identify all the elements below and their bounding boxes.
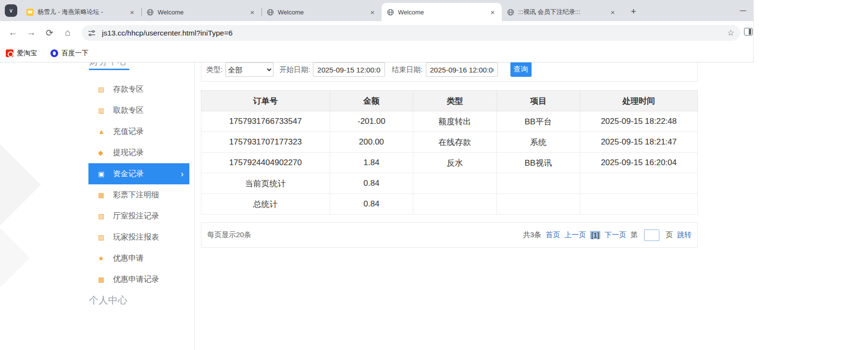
home-button[interactable]: ⌂ [59,24,77,42]
cell-project: BB视讯 [496,153,580,173]
jump-page-input[interactable] [644,229,659,241]
sidebar-item-deposit-zone[interactable]: ▤ 存款专区 [88,79,189,100]
forward-button[interactable]: → [22,24,40,42]
cell-empty [496,194,580,215]
type-select[interactable]: 全部 [225,62,273,77]
tab-search-button[interactable]: ∨ [5,4,17,17]
cell-empty [413,194,497,215]
tab-welcome-active[interactable]: Welcome × [382,3,502,21]
cell-order-no: 1757931707177323 [201,132,330,153]
cell-process-time: 2025-09-15 16:20:04 [580,153,698,173]
next-page-link[interactable]: 下一页 [605,230,626,240]
sidebar: 财务中心 ▤ 存款专区 ▥ 取款专区 ▲ 充值记录 ◆ 提现记录 [86,62,195,350]
lottery-icon: ▦ [98,191,107,199]
jump-label-post: 页 [666,230,673,240]
back-button[interactable]: ← [4,24,22,42]
first-page-link[interactable]: 首页 [546,230,560,240]
end-date-label: 结束日期: [392,62,422,77]
start-date-input[interactable] [313,62,385,77]
filter-bar: 类型: 全部 开始日期: 结束日期: 查询 [201,62,698,82]
window-minimize-button[interactable]: — [732,0,754,20]
sidebar-item-label: 彩票下注明细 [113,190,159,200]
tab-title: Welcome [278,9,364,16]
sidebar-item-promo-apply-records[interactable]: ▩ 优惠申请记录 [88,269,189,290]
prev-page-link[interactable]: 上一页 [564,230,586,240]
address-bar[interactable]: js13.cc/hhcp/usercenter.html?iniType=6 ☆ [82,25,740,41]
url-text[interactable]: js13.cc/hhcp/usercenter.html?iniType=6 [102,29,722,37]
table-row-page-total: 当前页统计 0.84 [201,173,698,194]
tab-welcome-1[interactable]: Welcome × [141,3,261,21]
tab-title: Welcome [158,9,244,16]
sidebar-item-withdraw-zone[interactable]: ▥ 取款专区 [88,100,189,121]
cell-type: 额度转出 [413,111,497,132]
records-table: 订单号 金额 类型 项目 处理时间 1757931766733547 -201.… [201,90,698,215]
site-settings-icon[interactable] [87,29,96,37]
report-icon: ▨ [98,233,107,241]
close-icon[interactable]: × [128,8,136,16]
chevron-down-icon: ∨ [9,7,13,14]
side-panel-icon[interactable] [744,28,753,36]
close-icon[interactable]: × [368,8,377,16]
col-header-amount: 金额 [330,91,413,111]
bookmark-taobao[interactable]: 爱淘宝 [6,49,37,58]
sidebar-item-withdrawal-records[interactable]: ◆ 提现记录 [88,142,189,163]
bookmark-label: 爱淘宝 [17,49,37,58]
cell-amount: 0.84 [330,173,413,194]
per-page-text: 每页显示20条 [207,230,251,240]
table-row: 1757931766733547 -201.00 额度转出 BB平台 2025-… [201,111,698,132]
plus-icon: + [631,6,636,17]
promo-records-icon: ▩ [98,276,107,283]
sidebar-item-lottery-bet-details[interactable]: ▦ 彩票下注明细 [88,184,189,205]
table-row-grand-total: 总统计 0.84 [201,194,698,215]
end-date-input[interactable] [426,62,498,77]
sidebar-item-label: 优惠申请记录 [113,275,159,285]
sidebar-item-label: 厅室投注记录 [113,211,159,221]
globe-favicon-icon [507,8,514,16]
pagination-bar: 每页显示20条 共3条 首页 上一页 [1] 下一页 第 页 跳转 [201,222,698,248]
col-header-order-no: 订单号 [201,91,330,111]
bookmarks-bar: 爱淘宝 百度一下 [0,44,753,62]
sidebar-item-player-bet-report[interactable]: ▨ 玩家投注报表 [88,227,189,248]
search-button[interactable]: 查询 [510,62,532,77]
sidebar-item-label: 存款专区 [113,84,144,95]
tab-title: Welcome [398,9,484,16]
sidebar-item-promo-apply[interactable]: ★ 优惠申请 [88,248,189,269]
tab-forum[interactable]: 杨雪儿 - 海燕策略论坛 - × [21,3,141,21]
jump-go-link[interactable]: 跳转 [677,230,692,240]
withdraw-icon: ▥ [98,107,107,114]
cell-process-time: 2025-09-15 18:22:48 [580,111,698,132]
sidebar-item-funds-records[interactable]: ▣ 资金记录 › [88,163,189,184]
cell-amount: -201.00 [330,111,413,132]
minimize-icon: — [740,7,746,14]
col-header-type: 类型 [413,91,497,111]
pager-controls: 共3条 首页 上一页 [1] 下一页 第 页 跳转 [523,229,692,241]
bookmark-star-icon[interactable]: ☆ [727,28,734,38]
globe-favicon-icon [266,8,274,16]
tab-welcome-2[interactable]: Welcome × [261,3,382,21]
globe-favicon-icon [386,8,394,16]
bookmark-baidu[interactable]: 百度一下 [50,49,88,58]
sidebar-item-label: 优惠申请 [113,253,144,264]
close-icon[interactable]: × [248,8,257,16]
sidebar-item-label: 提现记录 [113,148,144,158]
jump-label-pre: 第 [631,230,638,240]
tab-title: 杨雪儿 - 海燕策略论坛 - [37,8,124,16]
navigation-bar: ← → ⟳ ⌂ js13.cc/hhcp/usercenter.html?ini… [0,21,753,44]
recharge-icon: ▲ [98,128,107,135]
tab-video-records[interactable]: :::视讯 会员下注纪录::: × [502,3,622,21]
funds-icon: ▣ [98,170,107,178]
sidebar-heading-finance: 财务中心 [89,62,127,68]
reload-button[interactable]: ⟳ [40,24,59,42]
taobao-icon [6,49,13,57]
new-tab-button[interactable]: + [627,5,640,18]
hall-bet-icon: ▧ [98,212,107,220]
sidebar-item-recharge-records[interactable]: ▲ 充值记录 [88,121,189,142]
baidu-icon [50,49,58,57]
sidebar-item-hall-bet-records[interactable]: ▧ 厅室投注记录 [88,205,189,227]
cell-label: 当前页统计 [201,173,330,194]
cell-type: 反水 [413,153,497,173]
tabs-container: 杨雪儿 - 海燕策略论坛 - × Welcome × Welcome × [21,0,640,21]
close-icon[interactable]: × [488,8,497,16]
sidebar-item-label: 资金记录 [113,169,144,179]
close-icon[interactable]: × [608,8,617,16]
